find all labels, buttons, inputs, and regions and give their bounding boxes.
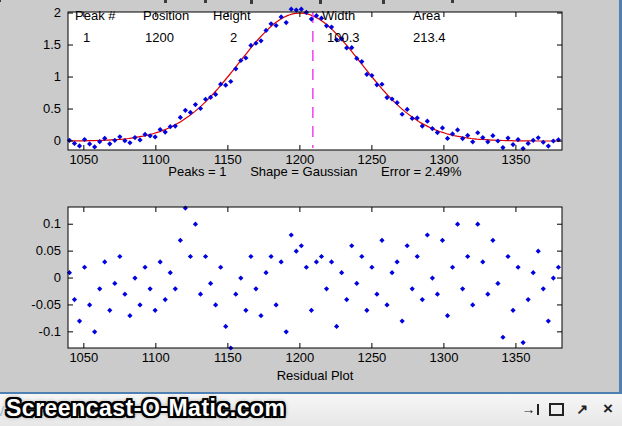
x-tick-label: 1050 bbox=[69, 350, 98, 365]
table-value-width: 100.3 bbox=[327, 30, 360, 45]
undock-arrow-icon: ↗ bbox=[576, 401, 588, 417]
table-value-height: 2 bbox=[230, 30, 237, 45]
x-tick-label: 1150 bbox=[214, 350, 242, 365]
matlab-figure-window: 105011001150120012501300135000.511.52105… bbox=[0, 0, 622, 426]
close-button[interactable]: × bbox=[600, 400, 616, 418]
stat-error: Error = 2.49% bbox=[381, 164, 462, 179]
table-header-width: Width bbox=[322, 8, 355, 23]
dock-right-button[interactable]: → bbox=[522, 400, 538, 418]
maximize-icon bbox=[549, 403, 564, 416]
residual-plot-label: Residual Plot bbox=[68, 368, 562, 383]
plot-background bbox=[68, 12, 562, 150]
charts-svg[interactable]: 105011001150120012501300135000.511.52105… bbox=[0, 0, 622, 392]
watermark-text: Screencast-O-Matic.com bbox=[6, 395, 285, 422]
y-tick-label: 1 bbox=[54, 69, 61, 84]
table-header-position: Position bbox=[143, 8, 189, 23]
y-tick-label: 0.05 bbox=[36, 243, 61, 258]
x-tick-label: 1100 bbox=[142, 350, 170, 365]
y-tick-label: 0.5 bbox=[43, 101, 61, 116]
stat-peaks: Peaks = 1 bbox=[168, 164, 226, 179]
table-header-height: Height bbox=[213, 8, 251, 23]
x-tick-label: 1250 bbox=[357, 350, 386, 365]
x-tick-label: 1300 bbox=[429, 350, 458, 365]
bottom-bar: Workspaces Screencast-O-Matic.com → ↗ × bbox=[0, 394, 622, 426]
table-header-area: Area bbox=[413, 8, 440, 23]
dock-right-icon: → bbox=[522, 401, 539, 417]
y-tick-label: 0.1 bbox=[43, 216, 61, 231]
x-tick-label: 1200 bbox=[285, 350, 314, 365]
stat-shape: Shape = Gaussian bbox=[250, 164, 357, 179]
table-header-peak: Peak # bbox=[75, 8, 115, 23]
y-tick-label: -0.1 bbox=[39, 324, 61, 339]
y-tick-label: -0.05 bbox=[31, 297, 61, 312]
table-value-position: 1200 bbox=[145, 30, 174, 45]
maximize-button[interactable] bbox=[548, 400, 564, 418]
x-tick-label: 1350 bbox=[501, 350, 530, 365]
data-point bbox=[289, 7, 294, 12]
y-tick-label: 1.5 bbox=[43, 37, 61, 52]
y-tick-label: 0 bbox=[54, 133, 61, 148]
data-point bbox=[299, 7, 304, 12]
close-icon: × bbox=[603, 399, 613, 419]
window-controls: → ↗ × bbox=[522, 398, 616, 420]
table-value-area: 213.4 bbox=[413, 30, 446, 45]
fit-stats-line: Peaks = 1 Shape = Gaussian Error = 2.49% bbox=[68, 164, 562, 179]
figure-canvas[interactable]: 105011001150120012501300135000.511.52105… bbox=[0, 0, 622, 392]
undock-button[interactable]: ↗ bbox=[574, 400, 590, 418]
y-tick-label: 0 bbox=[54, 270, 61, 285]
y-tick-label: 2 bbox=[54, 5, 61, 20]
table-value-peak: 1 bbox=[83, 30, 90, 45]
plot-background bbox=[68, 207, 562, 348]
